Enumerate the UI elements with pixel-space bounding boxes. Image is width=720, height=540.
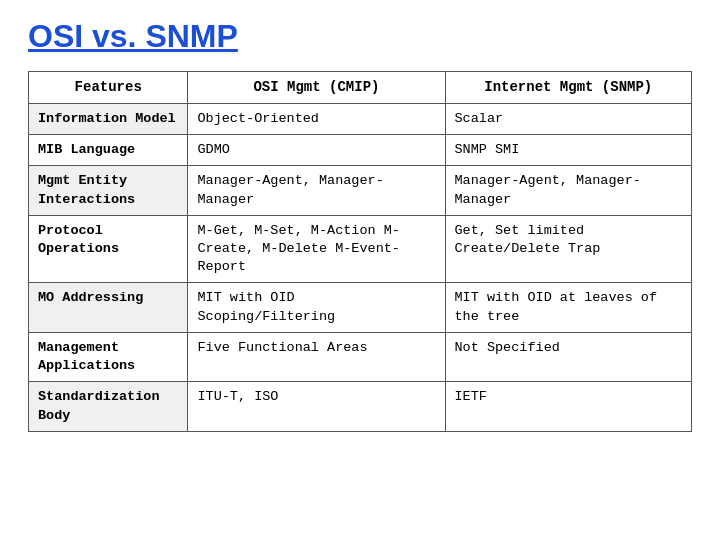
- cell-osi: M-Get, M-Set, M-Action M-Create, M-Delet…: [188, 215, 445, 283]
- cell-snmp: IETF: [445, 382, 691, 431]
- cell-osi: MIT with OID Scoping/Filtering: [188, 283, 445, 332]
- page-container: OSI vs. SNMP Features OSI Mgmt (CMIP) In…: [0, 0, 720, 442]
- table-row: Information ModelObject-OrientedScalar: [29, 103, 692, 134]
- cell-feature: Management Applications: [29, 332, 188, 381]
- cell-osi: Manager-Agent, Manager-Manager: [188, 166, 445, 215]
- cell-snmp: Scalar: [445, 103, 691, 134]
- cell-snmp: SNMP SMI: [445, 135, 691, 166]
- cell-feature: Information Model: [29, 103, 188, 134]
- cell-snmp: Not Specified: [445, 332, 691, 381]
- cell-osi: ITU-T, ISO: [188, 382, 445, 431]
- col-header-snmp: Internet Mgmt (SNMP): [445, 72, 691, 104]
- cell-osi: Object-Oriented: [188, 103, 445, 134]
- cell-feature: MIB Language: [29, 135, 188, 166]
- cell-snmp: Manager-Agent, Manager-Manager: [445, 166, 691, 215]
- cell-feature: MO Addressing: [29, 283, 188, 332]
- cell-snmp: MIT with OID at leaves of the tree: [445, 283, 691, 332]
- comparison-table: Features OSI Mgmt (CMIP) Internet Mgmt (…: [28, 71, 692, 432]
- cell-feature: Protocol Operations: [29, 215, 188, 283]
- table-header-row: Features OSI Mgmt (CMIP) Internet Mgmt (…: [29, 72, 692, 104]
- table-row: MO AddressingMIT with OID Scoping/Filter…: [29, 283, 692, 332]
- col-header-features: Features: [29, 72, 188, 104]
- cell-snmp: Get, Set limited Create/Delete Trap: [445, 215, 691, 283]
- table-row: Mgmt Entity InteractionsManager-Agent, M…: [29, 166, 692, 215]
- cell-feature: Mgmt Entity Interactions: [29, 166, 188, 215]
- table-row: Standardization BodyITU-T, ISOIETF: [29, 382, 692, 431]
- col-header-osi: OSI Mgmt (CMIP): [188, 72, 445, 104]
- page-title: OSI vs. SNMP: [28, 18, 692, 55]
- cell-osi: GDMO: [188, 135, 445, 166]
- cell-osi: Five Functional Areas: [188, 332, 445, 381]
- table-row: Protocol OperationsM-Get, M-Set, M-Actio…: [29, 215, 692, 283]
- table-row: Management ApplicationsFive Functional A…: [29, 332, 692, 381]
- cell-feature: Standardization Body: [29, 382, 188, 431]
- table-row: MIB LanguageGDMOSNMP SMI: [29, 135, 692, 166]
